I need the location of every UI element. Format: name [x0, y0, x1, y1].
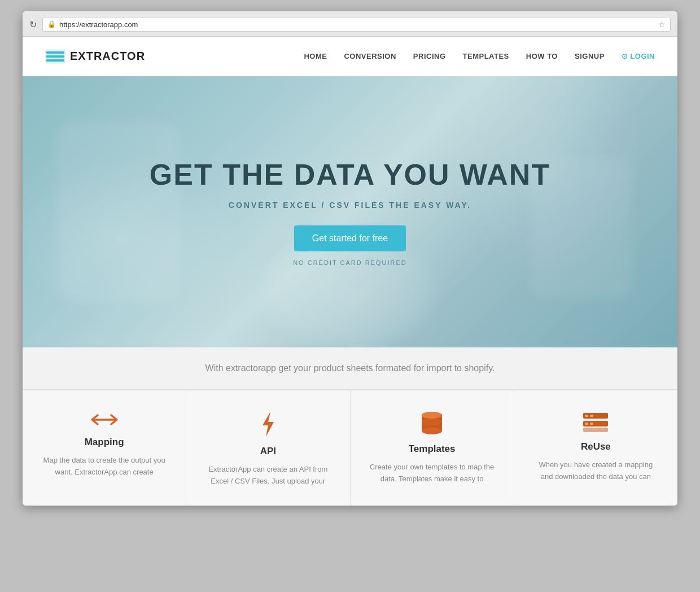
refresh-button[interactable]: ↻: [29, 19, 37, 30]
info-bar: With extractorapp get your product sheet…: [23, 347, 677, 390]
reuse-desc: When you have created a mapping and down…: [532, 459, 659, 483]
nav-pricing[interactable]: PRICING: [413, 52, 446, 60]
svg-rect-11: [590, 415, 593, 417]
browser-window: ↻ 🔒 https://extractorapp.com ☆ EXTRACTOR…: [23, 11, 677, 506]
logo[interactable]: EXTRACTOR: [45, 49, 145, 64]
navbar: EXTRACTOR HOME CONVERSION PRICING TEMPLA…: [23, 37, 677, 76]
templates-title: Templates: [369, 443, 496, 455]
hero-no-cc-text: NO CREDIT CARD REQUIRED: [150, 259, 550, 266]
info-bar-text: With extractorapp get your product sheet…: [45, 363, 655, 373]
hero-section: GET THE DATA YOU WANT CONVERT EXCEL / CS…: [23, 76, 677, 347]
bookmark-icon[interactable]: ☆: [658, 20, 666, 29]
nav-signup[interactable]: SIGNUP: [575, 52, 605, 60]
svg-rect-3: [46, 59, 64, 62]
logo-icon: [45, 49, 65, 64]
nav-templates[interactable]: TEMPLATES: [463, 52, 509, 60]
reuse-icon: [532, 411, 659, 433]
svg-rect-14: [590, 423, 593, 425]
hero-subtitle: CONVERT EXCEL / CSV FILES THE EASY WAY.: [150, 201, 550, 210]
nav-howto[interactable]: HOW TO: [526, 52, 558, 60]
reuse-title: ReUse: [532, 441, 659, 452]
api-icon: [204, 411, 331, 438]
features-section: Mapping Map the data to create the outpu…: [23, 390, 677, 506]
url-text: https://extractorapp.com: [59, 20, 655, 29]
nav-conversion[interactable]: CONVERSION: [344, 52, 396, 60]
browser-chrome: ↻ 🔒 https://extractorapp.com ☆: [23, 11, 677, 37]
address-bar[interactable]: 🔒 https://extractorapp.com ☆: [42, 17, 671, 32]
mapping-icon: [41, 411, 168, 429]
mapping-desc: Map the data to create the output you wa…: [41, 455, 168, 478]
feature-mapping: Mapping Map the data to create the outpu…: [23, 390, 186, 506]
login-label: LOGIN: [630, 52, 655, 60]
login-arrow-icon: ⊙: [622, 52, 628, 60]
mapping-title: Mapping: [41, 437, 168, 448]
svg-rect-1: [46, 51, 64, 54]
svg-rect-13: [585, 423, 588, 425]
svg-point-7: [422, 412, 442, 419]
svg-point-8: [422, 419, 442, 425]
nav-links: HOME CONVERSION PRICING TEMPLATES HOW TO…: [304, 52, 655, 60]
logo-text: EXTRACTOR: [70, 50, 145, 63]
api-desc: ExtractorApp can create an API from Exce…: [204, 464, 331, 487]
svg-point-6: [422, 428, 442, 434]
nav-home[interactable]: HOME: [304, 52, 327, 60]
feature-templates: Templates Create your own templates to m…: [351, 390, 514, 506]
svg-rect-15: [583, 428, 608, 432]
feature-api: API ExtractorApp can create an API from …: [186, 390, 350, 506]
templates-desc: Create your own templates to map the dat…: [369, 462, 496, 485]
lock-icon: 🔒: [47, 20, 56, 28]
feature-reuse: ReUse When you have created a mapping an…: [514, 390, 677, 506]
nav-login[interactable]: ⊙ LOGIN: [622, 52, 655, 60]
api-title: API: [204, 446, 331, 457]
hero-cta-button[interactable]: Get started for free: [294, 225, 406, 251]
hero-title: GET THE DATA YOU WANT: [150, 158, 550, 191]
hero-content: GET THE DATA YOU WANT CONVERT EXCEL / CS…: [150, 158, 550, 266]
templates-icon: [369, 411, 496, 436]
svg-rect-10: [585, 415, 588, 417]
svg-rect-2: [46, 55, 64, 58]
